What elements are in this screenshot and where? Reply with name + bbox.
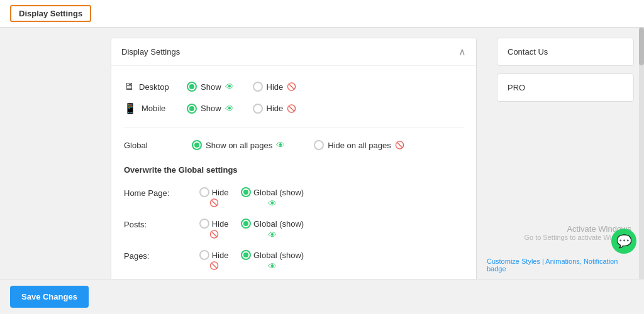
posts-global-label: Global (show) — [253, 219, 304, 229]
posts-hide-label: Hide — [212, 219, 229, 229]
homepage-global-top: Global (show) — [241, 187, 304, 197]
pages-label: Pages: — [124, 250, 187, 261]
whatsapp-icon: 💬 — [616, 234, 632, 249]
global-hide-label: Hide on all pages — [328, 141, 391, 150]
global-row: Global Show on all pages 👁 Hide on all p… — [124, 135, 464, 155]
homepage-hide-option[interactable]: Hide 🚫 — [192, 187, 236, 207]
mobile-label: 📱 Mobile — [124, 102, 187, 114]
homepage-global-label: Global (show) — [253, 188, 304, 197]
desktop-hide-option[interactable]: Hide 🚫 — [253, 82, 297, 92]
desktop-row: 🖥 Desktop Show 👁 Hide 🚫 — [124, 76, 464, 97]
desktop-hide-label: Hide — [267, 82, 284, 92]
homepage-row: Home Page: Hide 🚫 Global (show) — [124, 182, 464, 214]
pages-hide-top: Hide — [199, 250, 229, 260]
posts-global-top: Global (show) — [241, 219, 304, 229]
pages-global-label: Global (show) — [253, 251, 304, 260]
mobile-show-option[interactable]: Show 👁 — [187, 104, 234, 114]
mobile-hide-label: Hide — [267, 104, 284, 113]
homepage-global-radio[interactable] — [241, 187, 251, 197]
top-bar: Display Settings — [0, 0, 644, 28]
global-show-radio[interactable] — [192, 140, 202, 150]
pages-hide-label: Hide — [212, 251, 229, 260]
global-label: Global — [124, 141, 187, 150]
pages-hide-option[interactable]: Hide 🚫 — [192, 250, 236, 270]
pages-hide-eye-icon: 🚫 — [209, 261, 219, 270]
divider — [124, 127, 464, 127]
settings-panel: Display Settings ∧ 🖥 Desktop Show 👁 — [111, 38, 477, 279]
homepage-hide-label: Hide — [212, 188, 229, 197]
posts-label: Posts: — [124, 219, 187, 229]
animations-link[interactable]: Animations — [545, 257, 579, 265]
posts-hide-eye-icon: 🚫 — [209, 230, 219, 239]
left-sidebar — [0, 28, 101, 279]
homepage-global-option[interactable]: Global (show) 👁 — [241, 187, 304, 208]
homepage-hide-top: Hide — [199, 187, 229, 197]
contact-us-card[interactable]: Contact Us — [497, 38, 634, 66]
mobile-show-label: Show — [201, 104, 221, 113]
pages-global-top: Global (show) — [241, 250, 304, 260]
mobile-show-eye-icon: 👁 — [225, 104, 234, 114]
right-scrollbar-thumb[interactable] — [639, 28, 644, 65]
collapse-icon[interactable]: ∧ — [458, 46, 466, 58]
homepage-hide-radio[interactable] — [199, 187, 209, 197]
mobile-icon: 📱 — [124, 102, 136, 114]
right-scrollbar[interactable] — [639, 28, 644, 279]
desktop-show-option[interactable]: Show 👁 — [187, 82, 234, 92]
desktop-show-radio[interactable] — [187, 82, 197, 92]
mobile-show-radio[interactable] — [187, 104, 197, 114]
posts-global-option[interactable]: Global (show) 👁 — [241, 219, 304, 240]
global-options: Show on all pages 👁 Hide on all pages 🚫 — [192, 140, 423, 150]
global-show-label: Show on all pages — [206, 141, 272, 150]
mobile-hide-radio[interactable] — [253, 104, 263, 114]
pro-text: PRO — [508, 83, 525, 92]
mobile-hide-option[interactable]: Hide 🚫 — [253, 104, 297, 114]
desktop-text: Desktop — [139, 82, 169, 92]
desktop-show-eye-icon: 👁 — [225, 82, 234, 92]
pages-hide-radio[interactable] — [199, 250, 209, 260]
posts-row: Posts: Hide 🚫 Global (show) 👁 — [124, 214, 464, 245]
desktop-hide-eye-icon: 🚫 — [287, 82, 296, 91]
panel-header: Display Settings ∧ — [111, 38, 476, 66]
bottom-bar: Save Changes — [0, 279, 644, 314]
global-show-option[interactable]: Show on all pages 👁 — [192, 140, 285, 150]
save-button[interactable]: Save Changes — [10, 286, 89, 308]
overwrite-title: Overwrite the Global settings — [124, 165, 464, 175]
global-hide-option[interactable]: Hide on all pages 🚫 — [314, 140, 404, 150]
global-hide-radio[interactable] — [314, 140, 324, 150]
homepage-label: Home Page: — [124, 187, 187, 198]
desktop-hide-radio[interactable] — [253, 82, 263, 92]
pages-row: Pages: Hide 🚫 Global (show) 👁 — [124, 245, 464, 276]
mobile-hide-eye-icon: 🚫 — [287, 104, 296, 113]
global-hide-eye-icon: 🚫 — [395, 141, 404, 149]
posts-global-radio[interactable] — [241, 219, 251, 229]
posts-hide-top: Hide — [199, 219, 229, 229]
desktop-label: 🖥 Desktop — [124, 81, 187, 92]
posts-global-eye-icon: 👁 — [268, 230, 277, 240]
customize-styles-link[interactable]: Customize Styles — [487, 257, 540, 265]
desktop-icon: 🖥 — [124, 81, 134, 92]
main-layout: Display Settings ∧ 🖥 Desktop Show 👁 — [0, 28, 644, 279]
page-title: Display Settings — [10, 5, 91, 22]
mobile-text: Mobile — [142, 104, 165, 113]
homepage-global-eye-icon: 👁 — [268, 198, 277, 208]
desktop-show-label: Show — [201, 82, 221, 92]
posts-hide-option[interactable]: Hide 🚫 — [192, 219, 236, 239]
mobile-row: 📱 Mobile Show 👁 Hide 🚫 — [124, 97, 464, 119]
pages-global-option[interactable]: Global (show) 👁 — [241, 250, 304, 271]
customize-footer: Customize Styles | Animations, Notificat… — [487, 257, 634, 273]
pro-card[interactable]: PRO — [497, 73, 634, 102]
posts-hide-radio[interactable] — [199, 219, 209, 229]
pages-global-radio[interactable] — [241, 250, 251, 260]
contact-us-text: Contact Us — [508, 47, 548, 57]
pages-global-eye-icon: 👁 — [268, 261, 277, 271]
panel-body: 🖥 Desktop Show 👁 Hide 🚫 — [111, 66, 476, 279]
right-sidebar: Contact Us PRO Activate Windows Go to Se… — [487, 28, 644, 279]
center-content: Display Settings ∧ 🖥 Desktop Show 👁 — [101, 28, 487, 279]
homepage-hide-eye-icon: 🚫 — [209, 198, 219, 207]
global-show-eye-icon: 👁 — [276, 140, 285, 150]
panel-header-title: Display Settings — [121, 47, 180, 57]
whatsapp-fab[interactable]: 💬 — [611, 229, 636, 254]
